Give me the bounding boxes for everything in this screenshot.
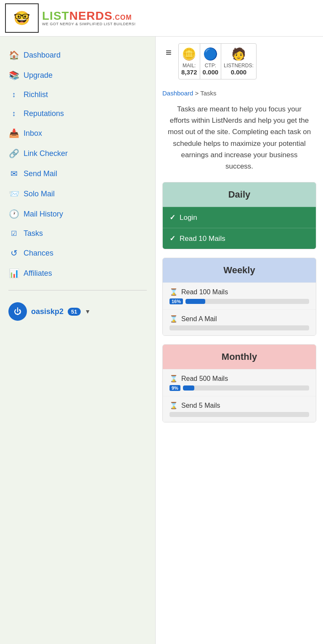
logo-title: LISTNERDS.COM <box>42 10 136 22</box>
progress-bar-fill-1 <box>185 299 205 304</box>
sidebar-item-affiliates[interactable]: 📊 Affiliates <box>0 263 155 283</box>
stat-listnerds-label: LISTNERDS: <box>224 63 254 69</box>
hamburger-menu[interactable]: ≡ <box>162 43 175 62</box>
task-send5mails-label: Send 5 Mails <box>181 402 220 409</box>
sidebar-item-richlist[interactable]: ↕ Richlist <box>0 85 155 104</box>
stat-ctp-label: CTP: <box>205 63 216 69</box>
solo-mail-icon: 📨 <box>8 189 19 199</box>
progress-bar-container-1 <box>185 299 309 304</box>
send-mail-icon: ✉ <box>8 169 19 179</box>
stat-listnerds-value: 0.000 <box>231 69 247 76</box>
avatar: ⏻ <box>8 302 27 321</box>
sidebar-item-upgrade[interactable]: 📚 Upgrade <box>0 65 155 85</box>
breadcrumb-dashboard-link[interactable]: Dashboard <box>162 90 193 97</box>
stat-mail-label: MAIL: <box>183 63 196 69</box>
stat-mail: 🪙 MAIL: 8,372 <box>179 44 200 79</box>
sidebar-item-mail-history[interactable]: 🕐 Mail History <box>0 204 155 224</box>
sidebar-label-send-mail: Send Mail <box>24 169 57 178</box>
upgrade-icon: 📚 <box>8 70 19 80</box>
sidebar-label-chances: Chances <box>24 249 53 258</box>
task-login: ✓ Login <box>163 207 316 228</box>
user-dropdown-arrow[interactable]: ▼ <box>85 308 91 315</box>
sidebar-item-solo-mail[interactable]: 📨 Solo Mail <box>0 184 155 204</box>
sidebar-item-reputations[interactable]: ↕ Reputations <box>0 104 155 123</box>
listnerds-icon: 🧑 <box>231 47 246 61</box>
progress-row-3: 9% <box>169 385 309 391</box>
sidebar-nav: 🏠 Dashboard 📚 Upgrade ↕ Richlist ↕ Reput… <box>0 45 155 283</box>
stat-mail-value: 8,372 <box>181 69 197 76</box>
check-icon-login: ✓ <box>169 213 175 222</box>
mail-coin-icon: 🪙 <box>182 47 196 61</box>
user-badge: 51 <box>68 308 80 316</box>
logo-suffix: .COM <box>113 14 132 21</box>
weekly-header: Weekly <box>163 258 316 282</box>
task-read500-label: Read 500 Mails <box>181 375 228 383</box>
logo-text: LISTNERDS.COM WE GOT NERDY & SIMPLIFIED … <box>42 10 136 26</box>
daily-header: Daily <box>163 182 316 207</box>
ctp-icon: 🔵 <box>203 47 218 61</box>
sidebar-item-link-checker[interactable]: 🔗 Link Checker <box>0 143 155 164</box>
sidebar-label-mail-history: Mail History <box>24 210 63 219</box>
weekly-task-section: Weekly ⌛ Read 100 Mails 16% ⌛ Send A Mai… <box>162 258 316 336</box>
inbox-icon: 📥 <box>8 128 19 138</box>
sidebar-label-affiliates: Affiliates <box>24 269 52 278</box>
monthly-header: Monthly <box>163 345 316 369</box>
stat-ctp-value: 0.000 <box>203 69 219 76</box>
reputations-icon: ↕ <box>8 109 19 118</box>
task-send-5-mails: ⌛ Send 5 Mails <box>163 396 316 422</box>
header: 🤓 LISTNERDS.COM WE GOT NERDY & SIMPLIFIE… <box>0 0 323 37</box>
sidebar-item-tasks[interactable]: ☑ Tasks <box>0 224 155 243</box>
task-read100-label-row: ⌛ Read 100 Mails <box>169 288 309 296</box>
tasks-icon: ☑ <box>8 230 19 238</box>
task-login-label: Login <box>180 214 197 222</box>
sidebar-item-inbox[interactable]: 📥 Inbox <box>0 123 155 143</box>
task-read500-label-row: ⌛ Read 500 Mails <box>169 375 309 383</box>
breadcrumb: Dashboard > Tasks <box>162 90 316 97</box>
task-send-a-mail: ⌛ Send A Mail <box>163 309 316 335</box>
progress-label-1: 16% <box>169 298 183 304</box>
sidebar-item-chances[interactable]: ↺ Chances <box>0 243 155 263</box>
progress-bar-container-4 <box>169 412 309 417</box>
task-sendmail-label-row: ⌛ Send A Mail <box>169 315 309 323</box>
task-read100-label: Read 100 Mails <box>181 288 228 296</box>
stat-listnerds: 🧑 LISTNERDS: 0.000 <box>221 44 256 79</box>
check-icon-read10: ✓ <box>169 234 175 243</box>
richlist-icon: ↕ <box>8 90 19 99</box>
breadcrumb-separator: > <box>195 90 201 97</box>
task-send5mails-label-row: ⌛ Send 5 Mails <box>169 401 309 409</box>
stat-ctp: 🔵 CTP: 0.000 <box>200 44 222 79</box>
link-checker-icon: 🔗 <box>8 148 19 158</box>
sidebar-label-dashboard: Dashboard <box>24 51 61 60</box>
hourglass-icon-1: ⌛ <box>169 288 178 296</box>
progress-bar-container-2 <box>169 325 309 330</box>
sidebar-item-dashboard[interactable]: 🏠 Dashboard <box>0 45 155 65</box>
main-layout: 🏠 Dashboard 📚 Upgrade ↕ Richlist ↕ Reput… <box>0 37 323 644</box>
chances-icon: ↺ <box>8 248 19 258</box>
task-read-100-mails: ⌛ Read 100 Mails 16% <box>163 282 316 309</box>
sidebar-divider <box>8 290 147 290</box>
sidebar-label-link-checker: Link Checker <box>24 149 68 158</box>
sidebar-label-tasks: Tasks <box>24 229 43 238</box>
sidebar: 🏠 Dashboard 📚 Upgrade ↕ Richlist ↕ Reput… <box>0 37 156 644</box>
monthly-task-section: Monthly ⌛ Read 500 Mails 9% ⌛ Send 5 Mai… <box>162 344 316 422</box>
progress-bar-fill-3 <box>183 385 194 391</box>
sidebar-label-upgrade: Upgrade <box>24 71 53 80</box>
logo-red: NERDS <box>69 9 113 22</box>
progress-row-1: 16% <box>169 298 309 304</box>
home-icon: 🏠 <box>8 50 19 60</box>
logo-area: 🤓 LISTNERDS.COM WE GOT NERDY & SIMPLIFIE… <box>5 3 136 33</box>
sidebar-label-richlist: Richlist <box>24 90 48 99</box>
sidebar-label-inbox: Inbox <box>24 129 42 138</box>
task-read10-label: Read 10 Mails <box>180 235 225 243</box>
sidebar-label-reputations: Reputations <box>24 109 64 118</box>
hourglass-icon-2: ⌛ <box>169 315 178 323</box>
breadcrumb-current: Tasks <box>200 90 216 97</box>
top-bar: ≡ 🪙 MAIL: 8,372 🔵 CTP: 0.000 🧑 LISTNERDS… <box>162 43 316 86</box>
daily-task-section: Daily ✓ Login ✓ Read 10 Mails <box>162 182 316 249</box>
mail-history-icon: 🕐 <box>8 209 19 219</box>
affiliates-icon: 📊 <box>8 268 19 278</box>
sidebar-item-send-mail[interactable]: ✉ Send Mail <box>0 164 155 184</box>
task-read-500-mails: ⌛ Read 500 Mails 9% <box>163 369 316 396</box>
logo-icon: 🤓 <box>5 3 39 33</box>
username[interactable]: oasiskp2 <box>31 307 64 316</box>
